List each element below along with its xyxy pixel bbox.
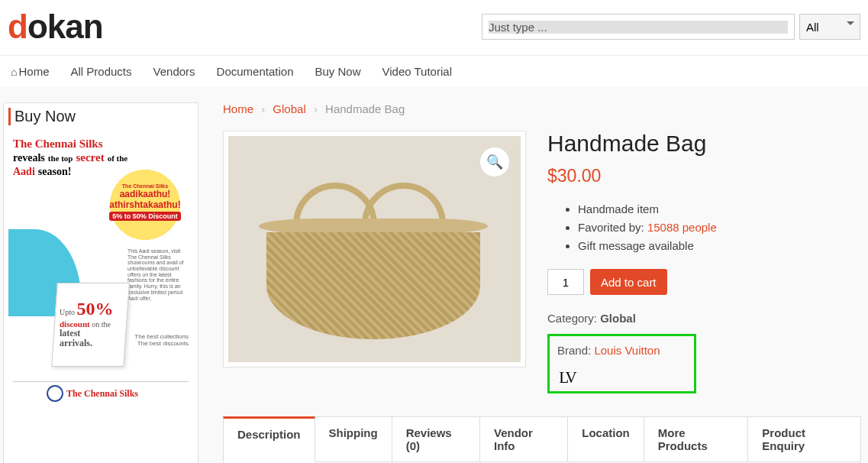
tab-location[interactable]: Location: [567, 416, 644, 462]
ad-headline-2a: reveals: [13, 152, 45, 164]
magnifier-icon: 🔍: [486, 154, 503, 170]
tab-description[interactable]: Description: [223, 416, 315, 462]
nav-home-label: Home: [18, 65, 49, 78]
category-filter-select[interactable]: All: [799, 14, 860, 40]
tab-shipping[interactable]: Shipping: [315, 416, 392, 462]
product-category: Category: Global: [547, 312, 860, 325]
ad-footer-logo-icon: [47, 385, 63, 402]
tab-product-enquiry[interactable]: Product Enquiry: [747, 416, 861, 462]
chevron-right-icon: ›: [261, 102, 265, 115]
ad-footer: The Chennai Silks: [13, 381, 189, 405]
logo-part-rest: okan: [27, 8, 103, 45]
product-title: Handmade Bag: [547, 131, 860, 157]
nav-buy-now[interactable]: Buy Now: [315, 65, 360, 78]
sidebar-title: Buy Now: [8, 108, 193, 125]
favorites-link[interactable]: 15088 people: [647, 221, 717, 234]
brand-box: Brand: Louis Vuitton LV: [547, 334, 696, 393]
product-tabs: Description Shipping Reviews (0) Vendor …: [223, 416, 860, 462]
breadcrumb: Home › Global › Handmade Bag: [223, 102, 860, 115]
nav-all-products[interactable]: All Products: [70, 65, 131, 78]
category-link[interactable]: Global: [600, 312, 636, 325]
nav-documentation[interactable]: Documentation: [217, 65, 294, 78]
breadcrumb-current: Handmade Bag: [325, 102, 405, 115]
tab-more-products[interactable]: More Products: [644, 416, 749, 462]
breadcrumb-home[interactable]: Home: [223, 102, 253, 115]
breadcrumb-category[interactable]: Global: [273, 102, 305, 115]
feature-item: Favorited by: 15088 people: [578, 219, 860, 237]
feature-item: Gift message available: [578, 237, 860, 255]
add-to-cart-button[interactable]: Add to cart: [590, 269, 667, 295]
site-logo[interactable]: dokan: [8, 8, 103, 46]
feature-list: Handmade item Favorited by: 15088 people…: [578, 200, 860, 255]
main-nav: ⌂Home All Products Vendors Documentation…: [0, 56, 868, 87]
feature-item: Handmade item: [578, 200, 860, 219]
brand-link[interactable]: Louis Vuitton: [594, 344, 660, 357]
product-gallery[interactable]: 🔍: [223, 131, 526, 367]
nav-vendors[interactable]: Vendors: [153, 65, 195, 78]
svg-text:V: V: [566, 368, 577, 387]
quantity-input[interactable]: [547, 269, 584, 295]
ad-small-text: This Aadi season, visit The Chennai Silk…: [127, 248, 189, 301]
nav-video-tutorial[interactable]: Video Tutorial: [382, 65, 452, 78]
product-image: [228, 136, 521, 362]
tab-reviews[interactable]: Reviews (0): [392, 416, 480, 462]
sidebar: Buy Now The Chennai Silks reveals the to…: [3, 102, 198, 463]
sidebar-ad[interactable]: The Chennai Silks reveals the top secret…: [8, 130, 193, 405]
brand-logo-icon: LV: [557, 365, 580, 388]
tab-vendor-info[interactable]: Vendor Info: [479, 416, 568, 462]
ad-badge: The Chennai Silks aadikaathu! athirshtak…: [103, 167, 187, 243]
product-price: $30.00: [547, 166, 860, 186]
zoom-button[interactable]: 🔍: [479, 147, 510, 177]
home-icon: ⌂: [11, 66, 17, 78]
ad-bag-text: Upto 50% discount on the latest arrivals…: [60, 299, 114, 348]
chevron-right-icon: ›: [314, 102, 318, 115]
logo-part-d: d: [8, 8, 27, 45]
search-input[interactable]: [482, 14, 795, 40]
nav-home[interactable]: ⌂Home: [11, 65, 49, 78]
ad-right-text: The best collections The best discounts: [134, 333, 189, 347]
ad-headline-1: The Chennai Silks: [13, 138, 189, 151]
